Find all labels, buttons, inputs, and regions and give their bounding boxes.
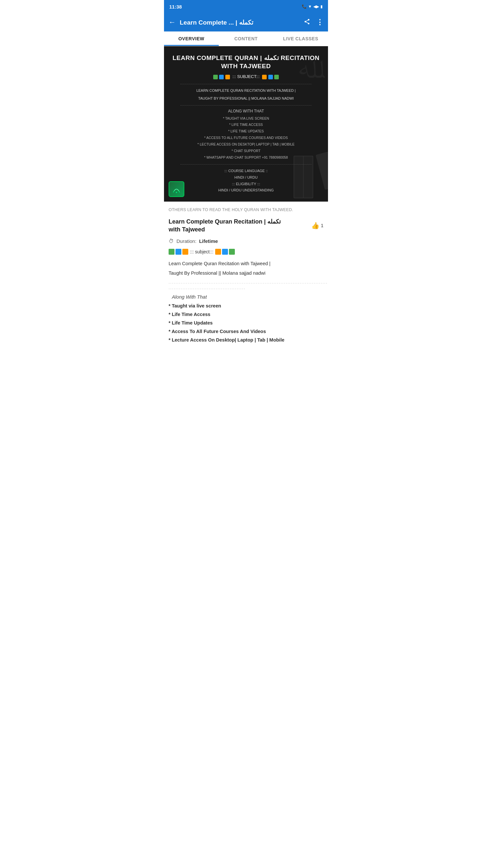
duration-value: Lifetime bbox=[199, 238, 218, 244]
app-bar-actions: ⋮ bbox=[304, 18, 323, 27]
banner-bullet-6: * CHAT SUPPORT bbox=[171, 148, 321, 154]
status-time: 11:38 bbox=[169, 4, 182, 9]
banner-along: ALONG WITH THAT bbox=[171, 109, 321, 113]
banner-course-lang: ::: COURSE LANGUAGE :: HINDI / URDU ::: … bbox=[171, 168, 321, 194]
phone-icon: 📞 bbox=[302, 4, 307, 9]
banner-bullet-7: * WHATSAPP AND CHAT SUPPORT +91 78809800… bbox=[171, 154, 321, 161]
banner-divider-3 bbox=[180, 164, 312, 164]
bullet-items: * Taught via live screen * Life Time Acc… bbox=[169, 301, 323, 344]
thumb-icon: 👍 bbox=[311, 221, 319, 230]
like-section[interactable]: 👍 1 bbox=[311, 221, 323, 230]
square-orange-1 bbox=[182, 249, 188, 255]
clock-icon: ⏱ bbox=[169, 238, 174, 244]
banner-logo bbox=[169, 181, 184, 197]
banner-bullets: * TAUGHT VIA LIVE SCREEN * LIFE TIME ACC… bbox=[171, 115, 321, 161]
status-bar: 11:38 📞 ▼ ◀▶ ▮ bbox=[164, 0, 328, 13]
square-green-2 bbox=[229, 249, 235, 255]
battery-icon: ▮ bbox=[320, 4, 323, 9]
banner-divider-2 bbox=[180, 105, 312, 106]
tabs-container: OVERVIEW CONTENT LIVE CLASSES bbox=[164, 31, 328, 46]
banner-bullet-1: * TAUGHT VIA LIVE SCREEN bbox=[171, 115, 321, 122]
banner-subject: ::: SUBJECT::: bbox=[171, 74, 321, 79]
like-count: 1 bbox=[321, 223, 323, 228]
subject-label-text: ::: SUBJECT::: bbox=[232, 74, 260, 79]
course-title-row: Learn Complete Quran Recitation | تکملهw… bbox=[169, 218, 323, 234]
bullet-item-3: * Life Time Updates bbox=[169, 319, 323, 327]
subject-text: ::: subject::: bbox=[190, 249, 214, 254]
wifi-icon: ▼ bbox=[308, 4, 312, 9]
banner-bullet-4: * ACCESS TO ALL FUTURE COURSES AND VIDEO… bbox=[171, 135, 321, 141]
banner-title: LEARN COMPLETE QURAN | تکمله RECITATION … bbox=[171, 54, 321, 70]
square-green-1 bbox=[169, 249, 174, 255]
banner-bullet-2: * LIFE TIME ACCESS bbox=[171, 122, 321, 128]
desc-line-2: Taught By Professional || Molana sajjad … bbox=[169, 269, 323, 277]
course-banner: ﷲ LEARN COMPLETE QURAN | تکمله RECITATIO… bbox=[164, 46, 328, 202]
dots-divider: ........................................… bbox=[169, 280, 323, 291]
along-text: Along With That bbox=[172, 294, 323, 299]
svg-point-4 bbox=[176, 192, 177, 193]
bullet-item-5: * Lecture Access On Desktop| Laptop | Ta… bbox=[169, 336, 323, 344]
desc-line-1: Learn Complete Quran Recitation with Taj… bbox=[169, 260, 323, 267]
bullet-item-2: * Life Time Access bbox=[169, 310, 323, 319]
course-title: Learn Complete Quran Recitation | تکملهw… bbox=[169, 218, 309, 234]
square-blue-1 bbox=[175, 249, 181, 255]
app-bar: ← Learn Complete ... | تکمله ⋮ bbox=[164, 13, 328, 31]
app-bar-title: Learn Complete ... | تکمله bbox=[180, 19, 300, 26]
banner-divider bbox=[180, 84, 312, 84]
tab-live-classes[interactable]: LIVE CLASSES bbox=[273, 31, 328, 46]
bullet-item-1: * Taught via live screen bbox=[169, 301, 323, 310]
signal-icon: ◀▶ bbox=[313, 4, 319, 9]
back-button[interactable]: ← bbox=[169, 18, 176, 27]
banner-bullet-5: * LECTURE ACCESS ON DESKTOP| LAPTOP | TA… bbox=[171, 141, 321, 148]
tab-content[interactable]: CONTENT bbox=[219, 31, 274, 46]
square-blue-2 bbox=[222, 249, 228, 255]
banner-line1: LEARN COMPLETE QURAN RECITATION WITH TAJ… bbox=[171, 87, 321, 94]
banner-bullet-3: * LIFE TIME UPDATES bbox=[171, 128, 321, 135]
duration-label: Duration: bbox=[176, 238, 196, 244]
share-button[interactable] bbox=[304, 18, 310, 27]
overview-content: OTHERS LEARN TO READ THE HOLY QURAN WITH… bbox=[164, 202, 328, 349]
duration-row: ⏱ Duration: Lifetime bbox=[169, 238, 323, 244]
subject-icons-row: ::: subject::: bbox=[169, 249, 323, 255]
banner-line2: TAUGHT BY PROFESSIONAL || MOLANA SAJJAD … bbox=[171, 96, 321, 102]
tab-overview[interactable]: OVERVIEW bbox=[164, 31, 219, 46]
more-options-button[interactable]: ⋮ bbox=[316, 18, 323, 27]
status-icons: 📞 ▼ ◀▶ ▮ bbox=[302, 4, 323, 9]
bullet-item-4: * Access To All Future Courses And Video… bbox=[169, 327, 323, 336]
square-orange-2 bbox=[215, 249, 221, 255]
others-text: OTHERS LEARN TO READ THE HOLY QURAN WITH… bbox=[169, 207, 323, 213]
